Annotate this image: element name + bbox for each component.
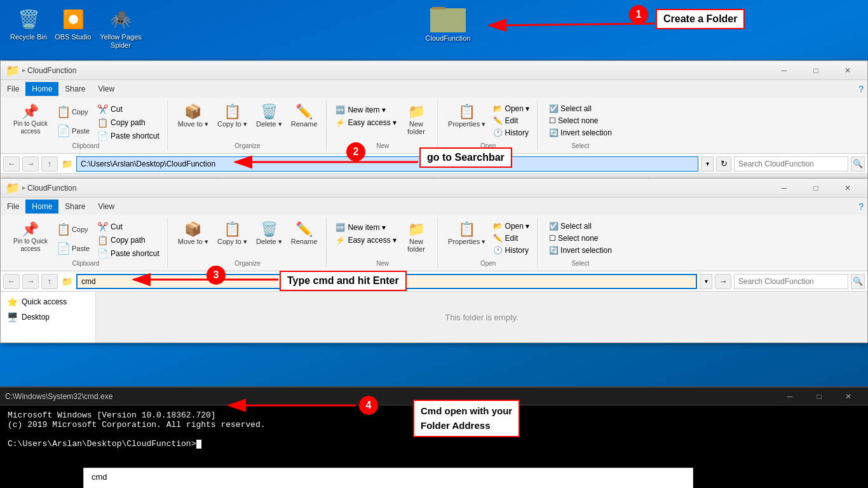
copy-path-btn-2[interactable]: 📋 Copy path (95, 234, 162, 247)
desktop-label: Desktop (22, 313, 50, 322)
address-dropdown-1[interactable]: ▾ (701, 156, 714, 172)
properties-btn-2[interactable]: 📋 Properties ▾ (444, 220, 489, 248)
up-btn-1[interactable]: ↑ (41, 156, 58, 172)
quick-access-item[interactable]: ⭐ Quick access (1, 294, 95, 309)
maximize-btn-1[interactable]: □ (801, 61, 831, 80)
address-dropdown-2[interactable]: ▾ (700, 274, 712, 289)
search-icon-2[interactable]: 🔍 (851, 274, 865, 289)
select-none-btn-1[interactable]: ☐ Select none (546, 115, 614, 126)
move-to-btn-1[interactable]: 📦 Move to ▾ (174, 103, 212, 130)
recycle-bin-label: Recycle Bin (10, 33, 47, 41)
terminal-title: C:\Windows\System32\cmd.exe (5, 392, 775, 401)
paste-btn-1[interactable]: 📄 Paste (53, 122, 93, 140)
search-icon-1[interactable]: 🔍 (851, 156, 865, 172)
forward-btn-2[interactable]: → (22, 274, 39, 289)
paste-shortcut-btn-2[interactable]: 📄 Paste shortcut (95, 247, 162, 260)
spider-img: 🕷️ (108, 6, 133, 32)
edit-btn-1[interactable]: ✏️ Edit (491, 115, 532, 126)
search-input-1[interactable] (734, 156, 848, 172)
address-input-1[interactable] (76, 156, 698, 172)
close-btn-2[interactable]: ✕ (833, 179, 862, 198)
edit-btn-2[interactable]: ✏️ Edit (491, 233, 532, 244)
menu-view-2[interactable]: View (92, 200, 121, 214)
select-all-btn-2[interactable]: ☑️ Select all (546, 220, 614, 232)
clipboard-label-1: Clipboard (72, 142, 99, 149)
address-bar-2: ← → ↑ 📁 ▾ → 🔍 (1, 271, 867, 292)
invert-selection-btn-2[interactable]: 🔄 Invert selection (546, 245, 614, 256)
cmd-option-1[interactable]: cmd (84, 468, 693, 485)
desktop-icon-sidebar: 🖥️ (7, 312, 18, 322)
copy-btn-1[interactable]: 📋 Copy (53, 103, 93, 121)
easy-access-btn-2[interactable]: ⚡ Easy access ▾ (333, 234, 399, 246)
recycle-bin-icon[interactable]: 🗑️ Recycle Bin (6, 6, 51, 41)
rename-btn-1[interactable]: ✏️ Rename (287, 103, 322, 130)
empty-folder-msg: This folder is empty. (96, 292, 867, 342)
address-folder-icon-2: 📁 (62, 276, 72, 287)
search-input-2[interactable] (734, 274, 848, 289)
copy-to-btn-2[interactable]: 📋 Copy to ▾ (214, 220, 251, 248)
help-btn-1[interactable]: ? (855, 84, 867, 94)
easy-access-btn-1[interactable]: ⚡ Easy access ▾ (333, 117, 399, 128)
delete-btn-1[interactable]: 🗑️ Delete ▾ (252, 103, 286, 130)
open-btn-1[interactable]: 📂 Open ▾ (491, 103, 532, 114)
help-btn-2[interactable]: ? (855, 201, 867, 212)
menu-view-1[interactable]: View (92, 82, 121, 96)
back-btn-2[interactable]: ← (3, 274, 20, 289)
new-item-btn-2[interactable]: 🆕 New item ▾ (333, 222, 399, 233)
pin-quick-access-btn-1[interactable]: 📌 Pin to Quickaccess (10, 103, 51, 137)
cloud-function-folder-desktop[interactable]: CloudFunction (423, 3, 473, 43)
new-folder-btn-1[interactable]: 📁 Newfolder (400, 103, 432, 137)
svg-line-6 (489, 24, 654, 25)
terminal-maximize[interactable]: □ (804, 387, 834, 406)
desktop-item[interactable]: 🖥️ Desktop (1, 309, 95, 325)
title-bar-1: 📁 ▸ CloudFunction ─ □ ✕ (1, 61, 867, 80)
paste-shortcut-btn-1[interactable]: 📄 Paste shortcut (95, 130, 162, 142)
obs-studio-icon[interactable]: ⏺️ OBS Studio (51, 6, 95, 41)
cmd-search-option[interactable]: Search for "cmd" (84, 485, 693, 488)
menu-file-1[interactable]: File (1, 82, 25, 96)
menu-share-1[interactable]: Share (58, 82, 92, 96)
terminal-close[interactable]: ✕ (834, 387, 863, 406)
forward-btn-1[interactable]: → (22, 156, 39, 172)
copy-btn-2[interactable]: 📋 Copy (53, 220, 93, 238)
copy-to-btn-1[interactable]: 📋 Copy to ▾ (214, 103, 251, 130)
new-folder-btn-2[interactable]: 📁 Newfolder (400, 220, 432, 255)
cut-btn-2[interactable]: ✂️ Cut (95, 220, 162, 233)
select-all-btn-1[interactable]: ☑️ Select all (546, 103, 614, 114)
sidebar-2: ⭐ Quick access 🖥️ Desktop (1, 292, 96, 342)
cut-btn-1[interactable]: ✂️ Cut (95, 103, 162, 116)
terminal-minimize[interactable]: ─ (775, 387, 804, 406)
cmd-dropdown: cmd Search for "cmd" (83, 468, 693, 488)
maximize-btn-2[interactable]: □ (801, 179, 831, 198)
back-btn-1[interactable]: ← (3, 156, 20, 172)
properties-btn-1[interactable]: 📋 Properties ▾ (444, 103, 489, 130)
go-btn-2[interactable]: → (715, 274, 731, 289)
delete-btn-2[interactable]: 🗑️ Delete ▾ (252, 220, 286, 248)
minimize-btn-2[interactable]: ─ (770, 179, 799, 198)
menu-share-2[interactable]: Share (58, 200, 92, 214)
yellow-pages-spider-icon[interactable]: 🕷️ Yellow Pages Spider (95, 6, 146, 50)
rename-btn-2[interactable]: ✏️ Rename (287, 220, 322, 247)
open-btn-2[interactable]: 📂 Open ▾ (491, 220, 532, 232)
copy-path-btn-1[interactable]: 📋 Copy path (95, 116, 162, 129)
cloud-folder-label: CloudFunction (424, 34, 473, 43)
select-none-btn-2[interactable]: ☐ Select none (546, 233, 614, 244)
paste-btn-2[interactable]: 📄 Paste (53, 240, 93, 257)
new-item-btn-1[interactable]: 🆕 New item ▾ (333, 104, 399, 116)
menu-file-2[interactable]: File (1, 200, 25, 214)
history-btn-2[interactable]: 🕐 History (491, 245, 532, 256)
move-to-btn-2[interactable]: 📦 Move to ▾ (174, 220, 212, 248)
menu-home-2[interactable]: Home (25, 200, 58, 214)
refresh-btn-1[interactable]: ↻ (716, 156, 731, 172)
new-group-1: 🆕 New item ▾ ⚡ Easy access ▾ 📁 Newfolder… (328, 100, 438, 151)
pin-quick-access-btn-2[interactable]: 📌 Pin to Quickaccess (10, 220, 51, 255)
title-folder-icon-2: 📁 (6, 181, 20, 195)
step2-circle: 2 (346, 142, 365, 161)
history-btn-1[interactable]: 🕐 History (491, 127, 532, 139)
invert-selection-btn-1[interactable]: 🔄 Invert selection (546, 127, 614, 139)
close-btn-1[interactable]: ✕ (833, 61, 862, 80)
svg-rect-4 (430, 3, 466, 34)
menu-home-1[interactable]: Home (25, 82, 58, 96)
up-btn-2[interactable]: ↑ (41, 274, 58, 289)
minimize-btn-1[interactable]: ─ (770, 61, 799, 80)
